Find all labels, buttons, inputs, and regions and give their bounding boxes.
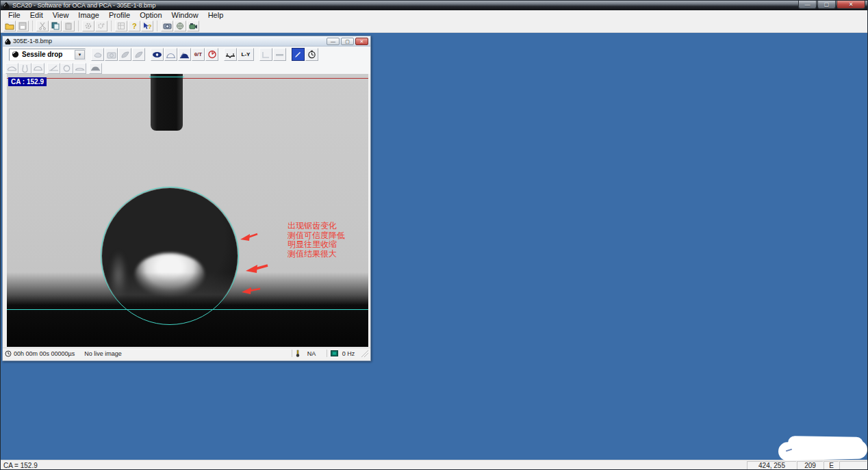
settings-button[interactable] <box>82 21 94 31</box>
menu-window[interactable]: Window <box>167 10 203 20</box>
child-close-button[interactable]: ✕ <box>355 38 368 45</box>
paste-icon <box>64 22 73 30</box>
menu-edit[interactable]: Edit <box>25 10 48 20</box>
flat-dome-icon <box>75 64 85 72</box>
pencil-icon <box>294 51 303 59</box>
menu-image[interactable]: Image <box>73 10 104 20</box>
context-help-button[interactable]: ? <box>141 21 153 31</box>
globe-button[interactable] <box>174 21 186 31</box>
camera-icon <box>107 51 116 59</box>
cut-icon <box>38 22 47 30</box>
framerate-indicator-icon <box>331 350 338 356</box>
child-titlebar[interactable]: 305E-1-8.bmp — ▢ ✕ <box>3 36 370 47</box>
help-button[interactable]: ? <box>128 21 140 31</box>
settings-gear-icon <box>84 22 92 30</box>
fit-tangent-angle-button[interactable] <box>47 63 60 74</box>
line-icon <box>275 51 284 59</box>
toolbar-separator <box>255 49 259 61</box>
status-ca-value: CA = 152.9 <box>1 462 747 469</box>
circle-fit-button[interactable] <box>164 48 177 61</box>
camera-button[interactable] <box>105 48 118 61</box>
pendant-drop-icon <box>20 64 30 73</box>
menu-help[interactable]: Help <box>203 10 229 20</box>
measurement-mode-select[interactable]: Sessile drop ▼ <box>9 49 86 61</box>
menu-file[interactable]: File <box>3 10 25 20</box>
child-minimize-button[interactable]: — <box>327 38 340 45</box>
refresh-settings-button[interactable] <box>95 21 107 31</box>
menubar: File Edit View Image Profile Option Wind… <box>1 10 867 20</box>
save-button[interactable] <box>16 21 29 31</box>
dynamic-gauge-button[interactable] <box>205 48 218 61</box>
open-button[interactable] <box>3 21 16 31</box>
baseline-icon <box>225 51 235 59</box>
menu-option[interactable]: Option <box>135 10 166 20</box>
cut-button[interactable] <box>36 21 49 31</box>
measurement-canvas[interactable]: CA : 152.9 <box>7 74 368 347</box>
help-icon: ? <box>130 22 138 30</box>
resize-grip[interactable] <box>361 350 368 357</box>
menu-view[interactable]: View <box>48 10 74 20</box>
fit-sessile-button[interactable] <box>31 63 44 74</box>
live-image-status: No live image <box>84 350 122 357</box>
fit-pendant-button[interactable] <box>18 63 31 74</box>
corner-tool-button[interactable] <box>259 48 272 61</box>
toolbar-separator <box>287 49 291 61</box>
open-icon <box>5 22 14 30</box>
grab-button[interactable] <box>91 48 104 61</box>
recorder-button[interactable] <box>187 21 199 31</box>
globe-icon <box>176 22 184 30</box>
edit-annotation-button[interactable] <box>292 48 305 61</box>
fit-circle-small-button[interactable] <box>60 63 73 74</box>
copy-button[interactable] <box>49 21 62 31</box>
snapshot-icon <box>163 22 172 30</box>
timer-icon <box>5 350 12 357</box>
svg-text:?: ? <box>148 23 152 30</box>
drop-tail-icon <box>7 64 17 72</box>
timer-button[interactable] <box>305 48 318 61</box>
drop-shape-a-button[interactable] <box>118 48 131 61</box>
tangent-angle-icon <box>49 64 59 72</box>
child-restore-button[interactable]: ▢ <box>341 38 354 45</box>
fit-flat-dome-button[interactable] <box>73 63 86 74</box>
toolbar-separator <box>29 21 33 31</box>
corner-icon <box>261 51 270 59</box>
fitted-circle-outline <box>101 187 239 325</box>
line-tool-button[interactable] <box>273 48 286 61</box>
combo-dropdown-arrow[interactable]: ▼ <box>75 50 85 60</box>
grid-button[interactable] <box>115 21 127 31</box>
drop-shape-b-button[interactable] <box>132 48 145 61</box>
status-right-panel: NA 0 Hz <box>288 350 368 357</box>
minimize-button[interactable]: — <box>798 1 817 9</box>
tangent-fit-button[interactable] <box>178 48 191 61</box>
fit-filled-dome-button[interactable] <box>89 63 102 74</box>
toolbar-separator <box>75 21 79 31</box>
needle-detect-line <box>149 77 184 77</box>
laplace-young-button[interactable]: L-Y <box>238 48 254 61</box>
menu-profile[interactable]: Profile <box>104 10 135 20</box>
theta-t-button[interactable]: θ/T <box>192 48 205 61</box>
tilted-drop-icon <box>120 51 130 59</box>
fit-drop-tail-button[interactable] <box>5 63 18 74</box>
red-arrow-icon <box>246 263 268 274</box>
document-drop-icon <box>5 38 11 44</box>
hand-grab-icon <box>93 51 103 59</box>
svg-text:?: ? <box>132 22 137 30</box>
main-toolbar: ? ? <box>1 20 867 33</box>
video-recorder-icon <box>189 22 198 30</box>
context-help-icon: ? <box>143 22 152 30</box>
annotation-line: 测值结果很大 <box>288 250 345 259</box>
close-button[interactable]: ✕ <box>837 1 865 9</box>
clock-icon <box>307 50 316 59</box>
measurement-mode-value: Sessile drop <box>22 51 75 58</box>
grid-icon <box>117 22 125 30</box>
paste-button[interactable] <box>62 21 75 31</box>
baseline-button[interactable] <box>224 48 237 61</box>
save-icon <box>18 22 27 30</box>
maximize-button[interactable]: ▢ <box>817 1 836 9</box>
status-cursor-coords: 424, 255 <box>747 461 796 470</box>
redaction-scribble <box>778 440 868 460</box>
needle-reference-line <box>7 78 368 79</box>
snapshot-button[interactable] <box>161 21 173 31</box>
refresh-gear-icon <box>97 22 105 30</box>
ellipse-fit-button[interactable] <box>151 48 164 61</box>
